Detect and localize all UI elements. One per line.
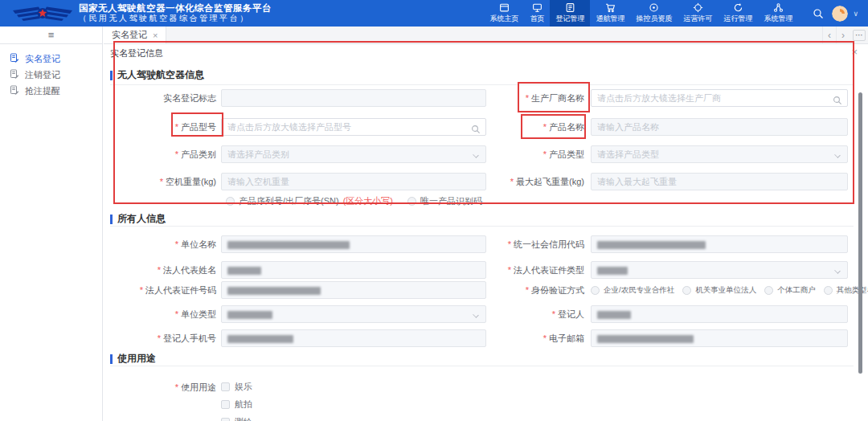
section-accent-bar [110,71,113,80]
platform-title-line2: （民用无人驾驶航空器综合管理平台） [79,14,272,23]
reg-mark-input[interactable] [221,89,486,107]
usage-option-surveying: 测绘 [221,416,252,421]
nav-item-operation-mgmt[interactable]: 运行管理 [718,0,758,27]
nav-item-operation-license[interactable]: 运营许可 [678,0,718,27]
divider [110,84,854,85]
document-icon [565,2,575,13]
product-category-select[interactable] [221,145,486,163]
tab-bar: 实名登记 × ‹ › ⋯ [104,27,868,44]
close-icon[interactable]: × [851,46,858,58]
cart-icon [605,2,616,13]
platform-title-line1: 国家无人驾驶航空器一体化综合监管服务平台 [79,3,272,14]
vertical-scrollbar-thumb[interactable] [858,92,862,374]
sidebar-item-deregistration[interactable]: 注销登记 [0,67,102,83]
redacted-value [227,287,321,295]
product-name-input[interactable] [591,118,848,136]
nav-item-system-mgmt[interactable]: 系统管理 [758,0,798,27]
product-type-select[interactable] [591,145,848,163]
credit-code-input[interactable] [591,235,848,253]
section-title-owner-info: 所有人信息 [110,212,166,226]
product-name-label: 产品名称 [473,118,584,136]
unit-type-label: 单位类型 [104,305,216,323]
verify-other-unit-radio[interactable] [824,286,833,295]
section-title-uav-info: 无人驾驶航空器信息 [110,68,204,82]
sheet-pen-icon [10,53,19,64]
top-nav: 系统主页 首页 登记管理 通航管理 操控员资质 运营许可 运行管理 系统管理 [484,0,798,27]
manufacturer-input[interactable] [591,89,848,107]
verify-enterprise-radio[interactable] [591,286,600,295]
product-type-label: 产品类型 [473,145,584,163]
serial-number-radio-group: 产品序列号/出厂序号(SN) (区分大小写) 唯一产品识别码 [226,195,482,207]
surveying-checkbox[interactable] [221,418,230,421]
legal-id-type-select[interactable] [591,261,848,279]
product-model-input[interactable] [221,118,486,136]
redacted-value [227,335,293,343]
legal-name-input[interactable] [221,261,486,279]
divider [110,226,854,227]
registrant-input[interactable] [591,305,848,323]
user-avatar[interactable] [832,6,848,22]
redacted-value [227,241,350,249]
sidebar-collapse-toggle[interactable]: ≡ [0,27,102,44]
app-header: 国家无人驾驶航空器一体化综合监管服务平台 （民用无人驾驶航空器综合管理平台） 系… [0,0,868,27]
verify-individual-business-radio[interactable] [764,286,773,295]
redacted-value [597,335,694,343]
hamburger-icon: ≡ [48,29,55,41]
product-model-label: 产品型号 [104,118,216,136]
tabs-more-button[interactable]: ⋯ [853,30,866,41]
search-icon[interactable] [813,8,824,19]
nav-item-home[interactable]: 首页 [524,0,550,27]
unit-name-label: 单位名称 [104,235,216,253]
redacted-value [227,311,272,319]
max-takeoff-weight-input[interactable] [591,173,848,190]
nav-item-operator-qualification[interactable]: 操控员资质 [630,0,678,27]
sidebar-item-real-name-registration[interactable]: 实名登记 [0,51,102,67]
redacted-value [227,267,261,275]
chevron-down-icon[interactable]: ∨ [853,10,858,18]
credit-code-label: 统一社会信用代码 [473,235,584,253]
nav-item-registration-mgmt[interactable]: 登记管理 [550,0,590,27]
sidebar-item-squat-alert[interactable]: 抢注提醒 [0,83,102,99]
tab-real-name-registration[interactable]: 实名登记 × [104,27,166,43]
usage-option-aerial-photo: 航拍 [221,399,252,411]
registrant-phone-input[interactable] [221,329,486,347]
section-accent-bar [110,215,113,224]
legal-id-number-label: 法人代表证件号码 [104,281,216,299]
nav-item-general-aviation-mgmt[interactable]: 通航管理 [590,0,630,27]
nav-item-system-home[interactable]: 系统主页 [484,0,524,27]
badge-icon [693,2,703,13]
verify-method-label: 身份验证方式 [473,281,584,299]
empty-weight-input[interactable] [221,173,486,190]
usage-option-entertainment: 娱乐 [221,381,252,393]
verify-institution-radio[interactable] [682,286,691,295]
aerial-photo-checkbox[interactable] [221,400,230,409]
refresh-icon [733,2,743,13]
sheet-pen-icon [10,85,19,96]
tabs-prev-button[interactable]: ‹ [822,27,836,43]
verify-method-radio-group: 企业/农民专业合作社 机关事业单位法人 个体工商户 其他类型单位 [591,281,866,299]
max-takeoff-weight-label: 最大起飞重量(kg) [473,173,584,190]
empty-weight-label: 空机重量(kg) [104,173,216,190]
registrant-label: 登记人 [473,305,584,323]
magnifier-icon[interactable] [833,94,842,108]
redacted-value [597,311,631,319]
tabs-next-button[interactable]: › [836,27,850,43]
platform-title: 国家无人驾驶航空器一体化综合监管服务平台 （民用无人驾驶航空器综合管理平台） [79,3,272,23]
sidebar: ≡ 实名登记 注销登记 抢注提醒 [0,27,103,421]
email-input[interactable] [591,329,848,347]
tab-close-icon[interactable]: × [153,31,158,40]
entertainment-checkbox[interactable] [221,382,230,391]
sidebar-menu: 实名登记 注销登记 抢注提醒 [0,51,102,99]
chevron-down-icon [834,268,841,274]
upi-radio[interactable] [407,197,416,206]
section-accent-bar [110,354,113,364]
legal-id-type-label: 法人代表证件类型 [473,261,584,279]
case-sensitive-note: (区分大小写) [343,195,393,207]
usage-label: 使用用途 [104,378,216,396]
unit-type-select[interactable] [221,305,486,323]
sn-radio[interactable] [226,197,235,206]
legal-name-label: 法人代表姓名 [104,261,216,279]
tab-controls: ‹ › ⋯ [822,27,868,43]
legal-id-number-input[interactable] [221,281,486,299]
unit-name-input[interactable] [221,235,486,253]
